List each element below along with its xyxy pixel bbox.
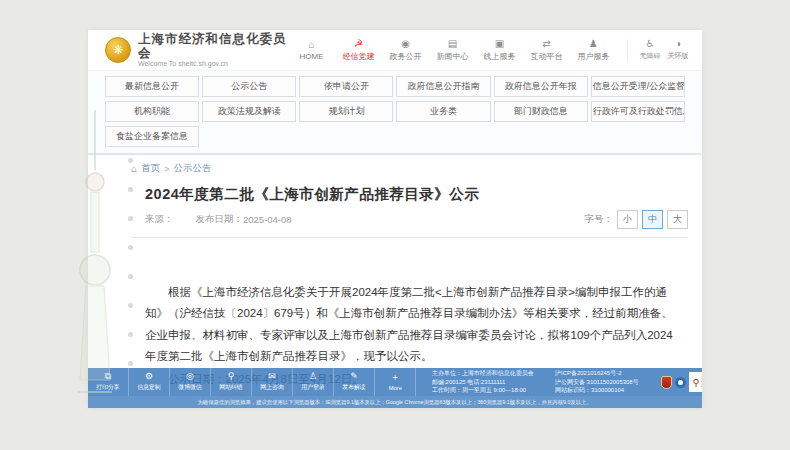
disclosure-icon: ◉ — [382, 39, 429, 49]
paragraph-main: 根据《上海市经济信息化委关于开展2024年度第二批<上海市创新产品推荐目录>编制… — [145, 282, 682, 367]
subnav-org-functions[interactable]: 机构职能 — [105, 101, 199, 122]
side-dots-decoration — [128, 158, 134, 390]
footer: ⧉ 打印分享 ⚙ 信息定制 ◎ 微博微信 ⚲ 网站纠错 ✉ 网上咨询 ♙ 用户登… — [88, 368, 702, 408]
nav-item-user-service[interactable]: ♟ 用户服务 — [570, 39, 617, 62]
site-subtitle: Welcome To sheitc.sh.gov.cn — [138, 60, 288, 68]
tool-online-consult[interactable]: ✉ 网上咨询 — [252, 368, 293, 396]
accessibility-button[interactable]: ♿ 无障碍 — [636, 39, 664, 61]
gear-icon: ⚙ — [145, 372, 153, 381]
magnifier-icon: ⚲ — [228, 372, 235, 381]
footer-badges: ⚲ 政府网站找错 — [661, 372, 702, 392]
accessibility-nav: ♿ 无障碍 ◑ 关怀版 — [627, 39, 692, 61]
subnav-public-notices[interactable]: 公示公告 — [202, 76, 296, 97]
party-emblem-icon: ☭ — [335, 39, 382, 49]
news-icon: ▤ — [429, 39, 476, 49]
article-meta: 来源： 发布日期： 2025-04-08 字号： 小 中 大 — [131, 209, 688, 238]
publish-date-label: 发布日期： — [196, 213, 244, 226]
breadcrumb-home[interactable]: 首页 — [141, 162, 160, 175]
wheelchair-icon: ♿ — [636, 39, 664, 49]
subnav-salt-enterprises[interactable]: 食盐企业备案信息 — [105, 126, 199, 147]
footer-host-unit: 主办单位：上海市经济和信息化委员会 — [432, 369, 534, 377]
article-title: 2024年度第二批《上海市创新产品推荐目录》公示 — [131, 178, 688, 209]
tool-print-share[interactable]: ⧉ 打印分享 — [88, 368, 129, 396]
page-container: ❋ 上海市经济和信息化委员会 Welcome To sheitc.sh.gov.… — [88, 30, 702, 408]
tool-social-media[interactable]: ◎ 微博微信 — [170, 368, 211, 396]
nav-item-gov-disclosure[interactable]: ◉ 政务公开 — [382, 39, 429, 62]
consult-icon: ✉ — [268, 372, 276, 381]
footer-icp: 沪ICP备2021016245号-2 — [555, 369, 639, 377]
site-title-block[interactable]: 上海市经济和信息化委员会 Welcome To sheitc.sh.gov.cn — [138, 32, 288, 69]
subnav-request-disclosure[interactable]: 依申请公开 — [299, 76, 393, 97]
sub-navigation: 最新信息公开 公示公告 依申请公开 政府信息公开指南 政府信息公开年报 信息公开… — [88, 70, 702, 155]
site-logo-icon: ❋ — [105, 37, 131, 63]
footer-info: 主办单位：上海市经济和信息化委员会 邮编:200125 电话:23111111 … — [432, 368, 702, 396]
footer-toolbar: ⧉ 打印分享 ⚙ 信息定制 ◎ 微博微信 ⚲ 网站纠错 ✉ 网上咨询 ♙ 用户登… — [88, 368, 702, 396]
subnav-latest-disclosure[interactable]: 最新信息公开 — [105, 76, 199, 97]
fontsize-label: 字号： — [585, 213, 614, 226]
subnav-disclosure-guide[interactable]: 政府信息公开指南 — [396, 76, 490, 97]
tool-more[interactable]: ＋ More — [375, 368, 416, 396]
police-badge-icon[interactable] — [661, 376, 672, 389]
share-icon: ⧉ — [105, 372, 111, 381]
social-icon: ◎ — [186, 372, 194, 381]
home-icon: ⌂ — [288, 40, 335, 50]
breadcrumb: ⌂ 首页 > 公示公告 — [88, 155, 702, 178]
browser-note: 为确保最佳的浏览效果，建议您使用以下浏览器版本：IE浏览器9.1版本及以上；Go… — [198, 398, 592, 405]
site-error-report-badge[interactable]: ⚲ 政府网站找错 — [689, 372, 702, 392]
gov-service-badge-icon[interactable] — [675, 377, 686, 388]
plus-icon: ＋ — [391, 373, 400, 382]
subnav-annual-report[interactable]: 政府信息公开年报 — [494, 76, 588, 97]
eye-icon: ◑ — [664, 39, 692, 49]
tool-publish-interpret[interactable]: ✎ 发布解读 — [334, 368, 375, 396]
nav-item-online-service[interactable]: ▣ 线上服务 — [476, 39, 523, 62]
tool-site-correction[interactable]: ⚲ 网站纠错 — [211, 368, 252, 396]
nav-item-home[interactable]: ⌂ HOME — [288, 40, 335, 61]
tool-info-customize[interactable]: ⚙ 信息定制 — [129, 368, 170, 396]
subnav-admin-permits[interactable]: 行政许可及行政处罚信息 — [591, 101, 685, 122]
care-version-button[interactable]: ◑ 关怀版 — [664, 39, 692, 61]
fontsize-large-button[interactable]: 大 — [667, 210, 688, 229]
subnav-policies[interactable]: 政策法规及解读 — [202, 101, 296, 122]
login-icon: ♙ — [309, 372, 317, 381]
breadcrumb-current[interactable]: 公示公告 — [174, 162, 212, 175]
fontsize-small-button[interactable]: 小 — [617, 210, 638, 229]
footer-browser-note-strip: 为确保最佳的浏览效果，建议您使用以下浏览器版本：IE浏览器9.1版本及以上；Go… — [88, 396, 702, 408]
footer-work-hours: 工作时间：周一至周五 9:00—18:00 — [432, 387, 534, 395]
subnav-finance-info[interactable]: 部门财政信息 — [494, 101, 588, 122]
red-magnifier-icon: ⚲ — [692, 377, 699, 388]
tool-user-login[interactable]: ♙ 用户登录 — [293, 368, 334, 396]
subnav-public-supervision[interactable]: 信息公开受理/公众监督 — [591, 76, 685, 97]
main-nav: ⌂ HOME ☭ 经信党建 ◉ 政务公开 ▤ 新闻中心 ▣ 线上服务 ⇄ 互动平… — [288, 39, 617, 62]
footer-security-record: 沪公网安备 31011502005308号 — [555, 378, 639, 386]
fontsize-medium-button[interactable]: 中 — [642, 210, 663, 229]
subnav-plans[interactable]: 规划计划 — [299, 101, 393, 122]
source-label: 来源： — [145, 213, 174, 226]
nav-item-news[interactable]: ▤ 新闻中心 — [429, 39, 476, 62]
footer-site-code: 网站标识码：3100000104 — [555, 387, 639, 395]
breadcrumb-separator: > — [164, 163, 170, 174]
nav-item-interaction[interactable]: ⇄ 互动平台 — [523, 39, 570, 62]
subnav-business[interactable]: 业务类 — [396, 101, 490, 122]
user-icon: ♟ — [570, 39, 617, 49]
footer-postcode-phone: 邮编:200125 电话:23111111 — [432, 378, 534, 386]
site-header: ❋ 上海市经济和信息化委员会 Welcome To sheitc.sh.gov.… — [88, 30, 702, 70]
site-title: 上海市经济和信息化委员会 — [138, 32, 288, 61]
pencil-icon: ✎ — [350, 372, 358, 381]
publish-date: 2025-04-08 — [243, 214, 292, 225]
online-service-icon: ▣ — [476, 39, 523, 49]
nav-item-party[interactable]: ☭ 经信党建 — [335, 39, 382, 62]
interaction-icon: ⇄ — [523, 39, 570, 49]
